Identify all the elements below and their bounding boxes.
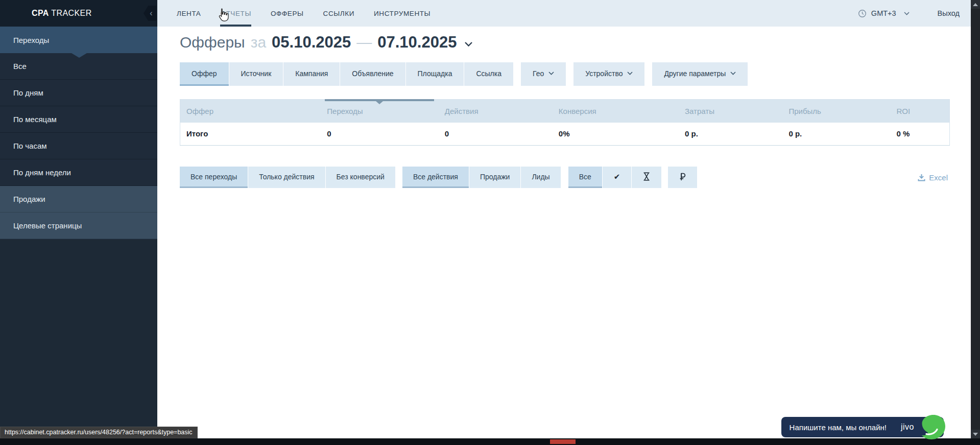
clock-icon xyxy=(858,9,867,18)
other-params-dropdown-label: Другие параметры xyxy=(664,69,726,78)
dimension-tabs: Оффер Источник Кампания Объявление Площа… xyxy=(180,62,971,86)
column-header-deystviya[interactable]: Действия xyxy=(439,100,553,123)
jivo-brand-label: jivo xyxy=(901,423,914,432)
excel-label: Excel xyxy=(929,173,948,182)
arrow-up-icon xyxy=(973,3,978,6)
filter-tolko-deystviya[interactable]: Только действия xyxy=(248,167,325,188)
sidebar-item-po-chasam[interactable]: По часам xyxy=(0,133,157,159)
filter-status-vse[interactable]: Все xyxy=(568,167,602,188)
report-title-row: Офферы за 05.10.2025 — 07.10.2025 xyxy=(180,33,971,52)
chevron-down-icon xyxy=(548,72,554,75)
geo-dropdown[interactable]: Гео xyxy=(521,62,566,86)
sidebar-item-label: Целевые страницы xyxy=(13,221,82,230)
ruble-icon xyxy=(679,173,686,181)
sidebar-item-po-dnyam[interactable]: По дням xyxy=(0,80,157,106)
tab-ploshchadka[interactable]: Площадка xyxy=(406,62,464,86)
sidebar-item-label: По месяцам xyxy=(13,115,57,124)
sidebar-item-perekhody[interactable]: Переходы xyxy=(0,27,157,53)
tab-offer[interactable]: Оффер xyxy=(180,62,229,86)
actions-filter-group: Все действия Продажи Лиды xyxy=(402,167,561,188)
bottom-taskbar-strip xyxy=(0,438,980,445)
sort-indicator-caret-icon xyxy=(376,101,383,104)
chevron-down-icon[interactable] xyxy=(904,12,910,15)
filter-pending-button[interactable] xyxy=(632,167,661,188)
sidebar-item-tselevye-stranitsy[interactable]: Целевые страницы xyxy=(0,213,157,239)
column-header-offer[interactable]: Оффер xyxy=(180,100,321,123)
browser-status-url: https://cabinet.cpatracker.ru/users/4825… xyxy=(0,427,198,438)
filter-paid-button[interactable] xyxy=(668,167,697,188)
main-content: Офферы за 05.10.2025 — 07.10.2025 Оффер … xyxy=(157,27,971,438)
topbar-right: GMT+3 Выход xyxy=(858,9,971,18)
date-to[interactable]: 07.10.2025 xyxy=(377,33,457,52)
logout-link[interactable]: Выход xyxy=(938,9,960,17)
page-title: Офферы xyxy=(180,34,245,51)
filter-approved-button[interactable]: ✔ xyxy=(603,167,632,188)
jivo-logo-icon xyxy=(920,414,946,442)
filter-lidy[interactable]: Лиды xyxy=(521,167,560,188)
nav-item-ssylki[interactable]: ССЫЛКИ xyxy=(323,0,354,27)
jivo-chat-widget[interactable]: Напишите нам, мы онлайн! jivo xyxy=(781,417,944,437)
filters-row: Все переходы Только действия Без конверс… xyxy=(180,167,950,188)
totals-roi: 0 % xyxy=(890,123,949,146)
chat-message: Напишите нам, мы онлайн! xyxy=(790,423,887,432)
filter-prodazhi[interactable]: Продажи xyxy=(469,167,520,188)
excel-export-link[interactable]: Excel xyxy=(918,167,948,188)
device-dropdown[interactable]: Устройство xyxy=(573,62,644,86)
chevron-down-icon xyxy=(730,72,736,75)
table-header-row: Оффер Переходы Действия Конверсия Затрат… xyxy=(180,100,950,123)
collapse-chevron-icon: ‹ xyxy=(150,9,152,17)
status-filter-group: Все ✔ xyxy=(568,167,662,188)
column-header-konversiya[interactable]: Конверсия xyxy=(553,100,679,123)
nav-item-lenta[interactable]: ЛЕНТА xyxy=(177,0,201,27)
totals-row: Итого 0 0 0% 0 р. 0 р. 0 % xyxy=(180,123,950,146)
title-preposition: за xyxy=(251,34,266,51)
main-nav: ЛЕНТА ОТЧЕТЫ ОФФЕРЫ ССЫЛКИ ИНСТРУМЕНТЫ xyxy=(177,0,431,27)
sidebar-item-label: По дням недели xyxy=(13,168,71,177)
tab-obyavlenie[interactable]: Объявление xyxy=(340,62,405,86)
hourglass-icon xyxy=(643,172,650,181)
nav-item-offery[interactable]: ОФФЕРЫ xyxy=(271,0,304,27)
sidebar-item-label: Переходы xyxy=(13,36,49,44)
traffic-filter-group: Все переходы Только действия Без конверс… xyxy=(180,167,396,188)
date-from[interactable]: 05.10.2025 xyxy=(272,33,351,52)
sidebar-header: CPA TRACKER ‹ xyxy=(0,0,157,27)
spacer xyxy=(396,167,402,188)
filter-vse-perekhody[interactable]: Все переходы xyxy=(180,167,248,188)
chevron-down-icon xyxy=(627,72,633,75)
totals-perekhody: 0 xyxy=(321,123,439,146)
sidebar-item-label: По дням xyxy=(13,88,43,97)
sidebar-collapse-button[interactable]: ‹ xyxy=(144,6,156,21)
nav-item-instrumenty[interactable]: ИНСТРУМЕНТЫ xyxy=(374,0,431,27)
totals-zatraty: 0 р. xyxy=(679,123,782,146)
date-range-chevron-icon[interactable] xyxy=(464,40,473,49)
filter-bez-konversiy[interactable]: Без конверсий xyxy=(326,167,395,188)
other-params-dropdown[interactable]: Другие параметры xyxy=(652,62,748,86)
geo-dropdown-label: Гео xyxy=(533,69,544,78)
totals-label: Итого xyxy=(180,123,321,146)
check-icon: ✔ xyxy=(614,172,620,181)
app-logo: CPA TRACKER xyxy=(32,9,92,18)
sidebar-item-po-mesyatsam[interactable]: По месяцам xyxy=(0,106,157,133)
spacer xyxy=(662,167,668,188)
sidebar-item-prodazhi[interactable]: Продажи xyxy=(0,186,157,213)
totals-pribyl: 0 р. xyxy=(782,123,890,146)
column-header-pribyl[interactable]: Прибыль xyxy=(782,100,890,123)
column-header-roi[interactable]: ROI xyxy=(890,100,949,123)
device-dropdown-label: Устройство xyxy=(585,69,623,78)
filter-vse-deystviya[interactable]: Все действия xyxy=(402,167,469,188)
totals-deystviya: 0 xyxy=(439,123,553,146)
timezone-selector[interactable]: GMT+3 xyxy=(871,9,896,17)
date-separator: — xyxy=(356,34,372,51)
tab-ssylka[interactable]: Ссылка xyxy=(464,62,513,86)
sidebar-item-label: Продажи xyxy=(13,195,45,203)
sidebar-item-po-dnyam-nedeli[interactable]: По дням недели xyxy=(0,159,157,186)
taskbar-red-segment xyxy=(550,439,576,444)
tab-kampaniya[interactable]: Кампания xyxy=(283,62,340,86)
scrollbar-up-button[interactable] xyxy=(971,0,980,9)
sidebar-item-label: Все xyxy=(13,62,27,71)
sidebar-item-label: По часам xyxy=(13,142,47,150)
tab-istochnik[interactable]: Источник xyxy=(229,62,283,86)
vertical-scrollbar[interactable] xyxy=(971,0,980,438)
scrollbar-down-button[interactable] xyxy=(971,430,980,438)
column-header-zatraty[interactable]: Затраты xyxy=(679,100,782,123)
